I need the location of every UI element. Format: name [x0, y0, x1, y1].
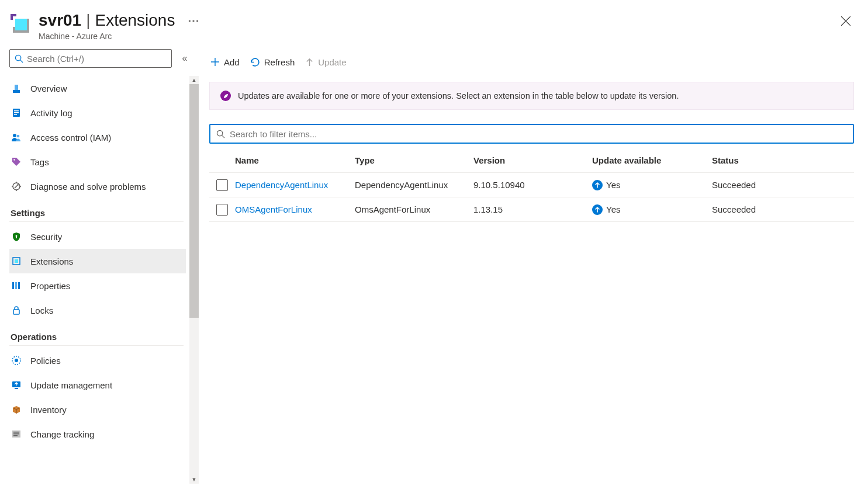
resource-name: svr01	[39, 11, 81, 30]
page-title: Extensions	[95, 11, 175, 30]
svg-rect-4	[13, 30, 29, 33]
sidebar-item-diagnose-and-solve-problems[interactable]: Diagnose and solve problems	[9, 174, 186, 199]
sidebar-item-activity-log[interactable]: Activity log	[9, 100, 186, 125]
tags-icon	[11, 156, 22, 168]
extensions-table: Name Type Version Update available Statu…	[209, 148, 854, 222]
resource-icon	[11, 14, 30, 34]
activity-icon	[11, 107, 22, 119]
resource-type: Machine - Azure Arc	[39, 32, 854, 41]
title-separator: |	[86, 11, 90, 30]
svg-point-27	[15, 359, 18, 362]
iam-icon	[11, 131, 22, 143]
filter-input[interactable]	[230, 129, 847, 139]
svg-rect-8	[13, 90, 20, 93]
add-label: Add	[224, 57, 240, 67]
svg-rect-11	[14, 110, 19, 112]
extensions-icon	[11, 255, 22, 267]
extension-status: Succeeded	[712, 204, 854, 214]
banner-text: Updates are available for one or more of…	[238, 91, 679, 100]
nav-label: Properties	[30, 281, 70, 291]
locks-icon	[11, 304, 22, 316]
toolbar: Add Refresh Update	[209, 50, 854, 74]
svg-rect-5	[27, 19, 29, 33]
svg-rect-33	[13, 435, 18, 436]
row-checkbox[interactable]	[216, 179, 228, 191]
search-icon	[15, 54, 23, 63]
svg-rect-32	[13, 433, 19, 435]
update-button: Update	[304, 55, 347, 70]
svg-rect-22	[12, 282, 14, 289]
add-button[interactable]: Add	[209, 55, 241, 70]
extension-name-link[interactable]: OMSAgentForLinux	[235, 204, 355, 214]
nav-label: Locks	[30, 306, 53, 315]
sidebar-item-update-management[interactable]: Update management	[9, 373, 186, 397]
section-operations: Operations	[9, 322, 184, 346]
sidebar-search[interactable]	[9, 49, 172, 68]
sidebar-item-inventory[interactable]: Inventory	[9, 397, 186, 422]
scroll-down-arrow[interactable]: ▼	[189, 475, 199, 484]
table-row: DependencyAgentLinuxDependencyAgentLinux…	[209, 173, 854, 197]
up-arrow-icon	[305, 58, 314, 67]
collapse-sidebar-button[interactable]: «	[178, 53, 192, 64]
header-status[interactable]: Status	[712, 155, 854, 165]
header-version[interactable]: Version	[473, 155, 592, 165]
svg-point-16	[13, 159, 15, 161]
security-icon	[11, 231, 22, 242]
sidebar-item-access-control-iam-[interactable]: Access control (IAM)	[9, 125, 186, 150]
extension-type: DependencyAgentLinux	[355, 180, 473, 190]
refresh-button[interactable]: Refresh	[249, 55, 296, 70]
policies-icon	[11, 355, 22, 366]
header-update[interactable]: Update available	[592, 155, 712, 165]
nav-label: Update management	[30, 380, 112, 390]
header-name[interactable]: Name	[235, 155, 355, 165]
sidebar-item-security[interactable]: Security	[9, 224, 186, 249]
refresh-icon	[250, 57, 260, 67]
header-type[interactable]: Type	[355, 155, 473, 165]
table-header: Name Type Version Update available Statu…	[209, 148, 854, 173]
sidebar-search-input[interactable]	[27, 54, 167, 64]
nav-label: Extensions	[30, 256, 73, 266]
row-checkbox[interactable]	[216, 204, 228, 216]
page-header: svr01 | Extensions ⋯ Machine - Azure Arc	[0, 0, 868, 46]
svg-rect-19	[16, 237, 17, 238]
nav-label: Access control (IAM)	[30, 133, 111, 143]
svg-line-7	[20, 60, 23, 62]
sidebar-item-overview[interactable]: Overview	[9, 76, 186, 100]
extension-type: OmsAgentForLinux	[355, 204, 473, 214]
svg-rect-29	[15, 388, 18, 389]
sidebar: « ▲ ▼ OverviewActivity logAccess control…	[0, 46, 199, 486]
nav-label: Policies	[30, 356, 61, 366]
svg-point-6	[15, 55, 20, 60]
svg-rect-2	[15, 19, 27, 30]
filter-box[interactable]	[209, 124, 854, 144]
extension-version: 9.10.5.10940	[473, 180, 592, 190]
svg-point-15	[17, 135, 20, 138]
diagnose-icon	[11, 180, 22, 192]
update-available-icon	[592, 180, 603, 190]
sidebar-item-locks[interactable]: Locks	[9, 298, 186, 322]
nav-label: Tags	[30, 157, 49, 167]
svg-rect-13	[14, 114, 17, 115]
extension-status: Succeeded	[712, 180, 854, 190]
sidebar-item-extensions[interactable]: Extensions	[9, 249, 186, 273]
sidebar-item-change-tracking[interactable]: Change tracking	[9, 422, 186, 446]
change-icon	[11, 428, 22, 440]
plus-icon	[210, 57, 220, 67]
nav-label: Inventory	[30, 405, 67, 415]
sidebar-item-policies[interactable]: Policies	[9, 348, 186, 373]
svg-line-35	[222, 135, 224, 137]
scrollbar-thumb[interactable]	[189, 84, 199, 318]
scroll-up-arrow[interactable]: ▲	[189, 76, 199, 84]
extension-name-link[interactable]: DependencyAgentLinux	[235, 180, 355, 190]
nav-label: Activity log	[30, 108, 72, 118]
nav-label: Security	[30, 232, 62, 242]
svg-point-14	[13, 134, 16, 137]
close-button[interactable]	[838, 13, 854, 29]
sidebar-item-properties[interactable]: Properties	[9, 273, 186, 298]
update-icon	[11, 379, 22, 391]
rocket-icon	[220, 91, 231, 101]
sidebar-item-tags[interactable]: Tags	[9, 150, 186, 174]
more-button[interactable]: ⋯	[188, 11, 200, 30]
extension-update: Yes	[592, 180, 712, 190]
sidebar-scrollbar[interactable]: ▲ ▼	[189, 76, 199, 484]
